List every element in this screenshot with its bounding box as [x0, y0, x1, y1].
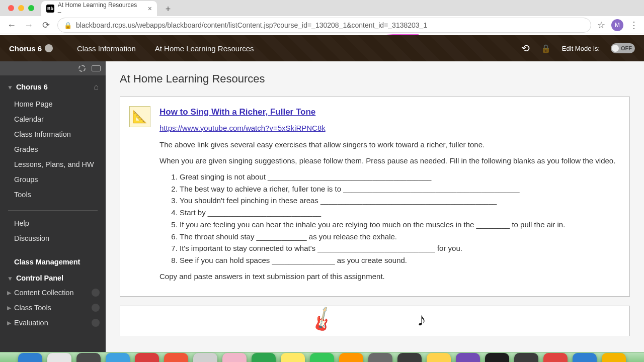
dock-app-icon[interactable]	[252, 353, 276, 362]
refresh-menu-icon[interactable]	[78, 65, 86, 72]
control-panel-header[interactable]: ▼Control Panel	[0, 269, 106, 285]
list-item: It's important to stay connected to what…	[180, 243, 620, 254]
lock-icon: 🔒	[64, 22, 72, 29]
new-tab-button[interactable]: +	[161, 2, 175, 16]
close-tab-icon[interactable]: ×	[148, 5, 152, 13]
chevron-right-icon: ▶	[7, 290, 14, 296]
dock-app-icon[interactable]	[310, 353, 334, 362]
note-icon: ♪	[417, 309, 426, 330]
url-text: blackboard.rcps.us/webapps/blackboard/co…	[76, 21, 427, 29]
edit-mode-value: OFF	[621, 45, 632, 51]
dock-app-icon[interactable]	[602, 353, 626, 362]
course-title-text: Chorus 6	[9, 44, 42, 53]
edit-mode-toggle[interactable]: OFF	[611, 43, 635, 53]
sidebar: ▼Chorus 6 ⌂ Home PageCalendarClass Infor…	[0, 61, 106, 352]
course-title[interactable]: Chorus 6	[9, 44, 53, 53]
dock-app-icon[interactable]	[135, 353, 159, 362]
go-icon[interactable]	[92, 319, 100, 327]
sidebar-item[interactable]: Tools	[0, 187, 106, 202]
folder-icon[interactable]	[92, 65, 101, 71]
content-card: 📐 How to Sing With a Richer, Fuller Tone…	[120, 97, 630, 297]
dock-app-icon[interactable]	[47, 353, 71, 362]
divider	[8, 210, 98, 211]
window-minimize-icon[interactable]	[18, 5, 24, 11]
dock-app-icon[interactable]	[456, 353, 480, 362]
chevron-right-icon: ▶	[7, 305, 14, 311]
lock-icon[interactable]: 🔒	[541, 44, 551, 53]
dock-app-icon[interactable]	[18, 353, 42, 362]
sidebar-item[interactable]: Groups	[0, 172, 106, 187]
dock-app-icon[interactable]	[514, 353, 538, 362]
browser-menu-icon[interactable]: ⋮	[629, 20, 638, 31]
dock-app-icon[interactable]	[543, 353, 568, 362]
control-panel-title: Control Panel	[16, 274, 63, 282]
item-body: How to Sing With a Richer, Fuller Tone h…	[159, 106, 620, 287]
browser-chrome: Bb At Home Learning Resources – × + ← → …	[0, 0, 644, 34]
edit-mode-label: Edit Mode is:	[562, 45, 600, 52]
profile-avatar[interactable]: M	[611, 19, 623, 31]
list-item: See if you can hold spaces _____________…	[180, 255, 620, 266]
sidebar-item[interactable]: Help	[0, 216, 106, 231]
list-item: If you are feeling you can hear the inha…	[180, 219, 620, 230]
refresh-icon[interactable]: ⟲	[521, 42, 530, 54]
item-title-link[interactable]: How to Sing With a Richer, Fuller Tone	[159, 106, 620, 119]
browser-tab[interactable]: Bb At Home Learning Resources – ×	[41, 1, 157, 16]
sidebar-item[interactable]: Calendar	[0, 112, 106, 127]
page-title: At Home Learning Resources	[106, 61, 644, 97]
control-panel-list: ▶Content Collection▶Class Tools▶Evaluati…	[0, 285, 106, 330]
window-controls	[4, 0, 38, 16]
item-paragraph: When you are given singing suggestions, …	[159, 155, 620, 166]
sidebar-toolbar	[0, 61, 106, 75]
macos-dock	[0, 352, 644, 362]
panel-item[interactable]: ▶Class Tools	[0, 300, 106, 315]
panel-item[interactable]: ▶Content Collection	[0, 285, 106, 300]
home-icon[interactable]: ⌂	[94, 82, 99, 92]
go-icon[interactable]	[92, 289, 100, 297]
profile-initial: M	[615, 22, 620, 29]
window-close-icon[interactable]	[8, 5, 14, 11]
dock-app-icon[interactable]	[106, 353, 130, 362]
dock-app-icon[interactable]	[368, 353, 392, 362]
back-button[interactable]: ←	[6, 20, 17, 31]
sidebar-item[interactable]: Grades	[0, 142, 106, 157]
reload-button[interactable]: ⟳	[40, 20, 51, 31]
dock-app-icon[interactable]	[573, 353, 597, 362]
course-dropdown-icon[interactable]	[45, 44, 53, 52]
breadcrumb[interactable]: Class Information	[77, 44, 136, 53]
window-zoom-icon[interactable]	[28, 5, 34, 11]
chevron-down-icon: ▼	[7, 84, 13, 91]
go-icon[interactable]	[92, 304, 100, 312]
chevron-right-icon: ▶	[7, 320, 14, 326]
dock-app-icon[interactable]	[164, 353, 188, 362]
youtube-link[interactable]: https://www.youtube.com/watch?v=5xSkiRPN…	[159, 123, 326, 134]
sidebar-nav: Home PageCalendarClass InformationGrades…	[0, 95, 106, 207]
breadcrumb[interactable]: At Home Learning Resources	[155, 44, 254, 53]
course-bar-right: ⟲ 🔒 Edit Mode is: OFF	[521, 42, 635, 54]
fill-blank-list: Great singing is not about _____________…	[180, 171, 620, 266]
workspace: ▼Chorus 6 ⌂ Home PageCalendarClass Infor…	[0, 61, 644, 352]
dock-app-icon[interactable]	[281, 353, 305, 362]
dock-app-icon[interactable]	[76, 353, 101, 362]
sidebar-item[interactable]: Home Page	[0, 97, 106, 112]
item-paragraph: Copy and paste answers in text submissio…	[159, 271, 620, 282]
sidebar-item[interactable]: Discussion	[0, 231, 106, 246]
tab-title: At Home Learning Resources –	[58, 2, 141, 16]
bookmark-star-icon[interactable]: ☆	[597, 20, 605, 31]
dock-app-icon[interactable]	[397, 353, 422, 362]
class-management-header[interactable]: Class Management	[0, 251, 106, 269]
item-paragraph: The above link gives several easy exerci…	[159, 139, 620, 150]
dock-app-icon[interactable]	[427, 353, 451, 362]
address-bar: ← → ⟳ 🔒 blackboard.rcps.us/webapps/black…	[0, 16, 644, 34]
panel-item[interactable]: ▶Evaluation	[0, 315, 106, 330]
forward-button[interactable]: →	[23, 20, 34, 31]
sidebar-item[interactable]: Lessons, Plans, and HW	[0, 157, 106, 172]
sidebar-item[interactable]: Class Information	[0, 127, 106, 142]
url-field[interactable]: 🔒 blackboard.rcps.us/webapps/blackboard/…	[57, 18, 591, 33]
dock-app-icon[interactable]	[193, 353, 217, 362]
dock-app-icon[interactable]	[339, 353, 363, 362]
dock-app-icon[interactable]	[485, 353, 509, 362]
dock-app-icon[interactable]	[222, 353, 247, 362]
sidebar-course-header[interactable]: ▼Chorus 6 ⌂	[0, 75, 106, 95]
list-item: You shouldn't feel pinching in these are…	[180, 195, 620, 206]
list-item: Great singing is not about _____________…	[180, 171, 620, 183]
